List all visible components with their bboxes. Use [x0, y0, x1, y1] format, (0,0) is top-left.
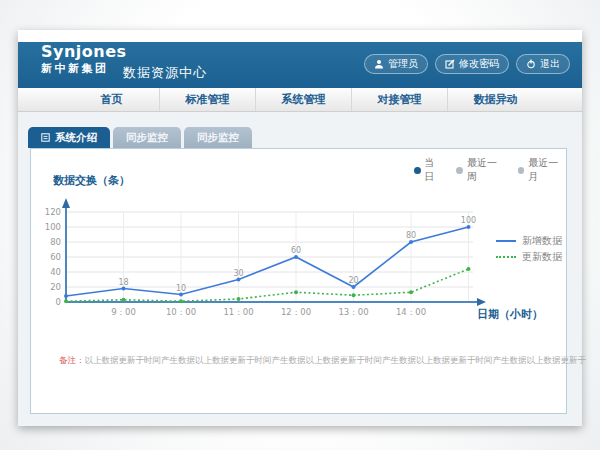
- footnote-prefix: 备注：: [59, 355, 85, 365]
- svg-text:14：00: 14：00: [396, 307, 426, 317]
- radio-icon: [518, 167, 525, 174]
- period-option-label: 当日: [425, 156, 444, 184]
- radio-icon: [456, 167, 463, 174]
- user-icon: [374, 59, 384, 69]
- change-password-label: 修改密码: [459, 57, 499, 71]
- legend-label: 新增数据: [522, 234, 562, 248]
- svg-text:60: 60: [291, 246, 301, 255]
- edit-icon: [445, 59, 455, 69]
- svg-text:20: 20: [348, 276, 358, 285]
- svg-text:100: 100: [461, 216, 476, 225]
- legend-label: 更新数据: [522, 250, 562, 264]
- period-option-3[interactable]: 最近一月: [518, 156, 566, 184]
- power-icon: [526, 59, 536, 69]
- change-password-button[interactable]: 修改密码: [435, 54, 509, 74]
- legend-line-sample: [496, 256, 516, 258]
- legend-item-2: 更新数据: [496, 249, 562, 265]
- app-title: 数据资源中心: [123, 64, 207, 82]
- svg-text:60: 60: [50, 252, 61, 262]
- footnote: 备注：以上数据更新于时间产生数据以上数据更新于时间产生数据以上数据更新于时间产生…: [59, 355, 586, 367]
- svg-text:120: 120: [45, 207, 61, 217]
- legend-item-1: 新增数据: [496, 233, 562, 249]
- svg-text:0: 0: [56, 297, 61, 307]
- nav-item-5[interactable]: 数据异动: [447, 88, 543, 111]
- period-option-1[interactable]: 当日: [414, 156, 443, 184]
- svg-text:20: 20: [50, 282, 61, 292]
- tab-label: 同步监控: [197, 131, 239, 145]
- tab-3[interactable]: 同步监控: [184, 127, 252, 148]
- tab-2[interactable]: 同步监控: [113, 127, 181, 148]
- user-menu: 管理员 修改密码 退出: [364, 54, 570, 74]
- footnote-text: 以上数据更新于时间产生数据以上数据更新于时间产生数据以上数据更新于时间产生数据以…: [85, 355, 587, 365]
- tab-label: 系统介绍: [55, 131, 97, 145]
- svg-text:11：00: 11：00: [223, 307, 253, 317]
- radio-icon: [414, 167, 421, 174]
- x-axis-label: 日期（小时）: [477, 307, 543, 322]
- app-header: Synjones 新中新集团 数据资源中心 管理员 修改密码: [18, 42, 582, 88]
- legend-line-sample: [496, 240, 516, 242]
- svg-text:80: 80: [406, 231, 416, 240]
- svg-text:10: 10: [176, 284, 186, 293]
- svg-text:100: 100: [45, 222, 61, 232]
- period-options: 当日最近一周最近一月: [414, 156, 566, 184]
- svg-text:40: 40: [50, 267, 61, 277]
- svg-text:30: 30: [233, 269, 243, 278]
- y-axis-label: 数据交换（条）: [53, 173, 130, 188]
- nav-item-4[interactable]: 对接管理: [351, 88, 447, 111]
- tab-bar: 系统介绍同步监控同步监控: [28, 127, 252, 148]
- svg-text:12：00: 12：00: [281, 307, 311, 317]
- line-chart: 0204060801001209：0010：0011：0012：0013：001…: [41, 192, 491, 324]
- admin-user-label: 管理员: [388, 57, 418, 71]
- logout-button[interactable]: 退出: [516, 54, 570, 74]
- svg-text:18: 18: [118, 278, 128, 287]
- document-icon: [41, 133, 50, 142]
- svg-text:9：00: 9：00: [111, 307, 136, 317]
- window-top-strip: [18, 30, 582, 42]
- logout-label: 退出: [540, 57, 560, 71]
- tab-label: 同步监控: [126, 131, 168, 145]
- svg-text:80: 80: [50, 237, 61, 247]
- svg-text:10：00: 10：00: [166, 307, 196, 317]
- period-option-label: 最近一月: [528, 156, 566, 184]
- brand-logo: Synjones 新中新集团: [41, 44, 127, 74]
- series-legend: 新增数据更新数据: [496, 233, 562, 265]
- content-area: 系统介绍同步监控同步监控 当日最近一周最近一月 数据交换（条） 02040608…: [18, 112, 582, 426]
- admin-user-button[interactable]: 管理员: [364, 54, 428, 74]
- period-option-label: 最近一周: [467, 156, 505, 184]
- app-window: Synjones 新中新集团 数据资源中心 管理员 修改密码: [18, 30, 582, 426]
- svg-text:13：00: 13：00: [338, 307, 368, 317]
- main-nav: 首页标准管理系统管理对接管理数据异动: [18, 88, 582, 112]
- nav-item-3[interactable]: 系统管理: [255, 88, 351, 111]
- tab-1[interactable]: 系统介绍: [28, 127, 110, 148]
- nav-item-1[interactable]: 首页: [64, 88, 159, 111]
- brand-logo-text: Synjones: [41, 44, 127, 60]
- chart-panel: 当日最近一周最近一月 数据交换（条） 0204060801001209：0010…: [30, 148, 567, 414]
- period-option-2[interactable]: 最近一周: [456, 156, 504, 184]
- nav-item-2[interactable]: 标准管理: [159, 88, 255, 111]
- brand-logo-subtext: 新中新集团: [41, 63, 127, 74]
